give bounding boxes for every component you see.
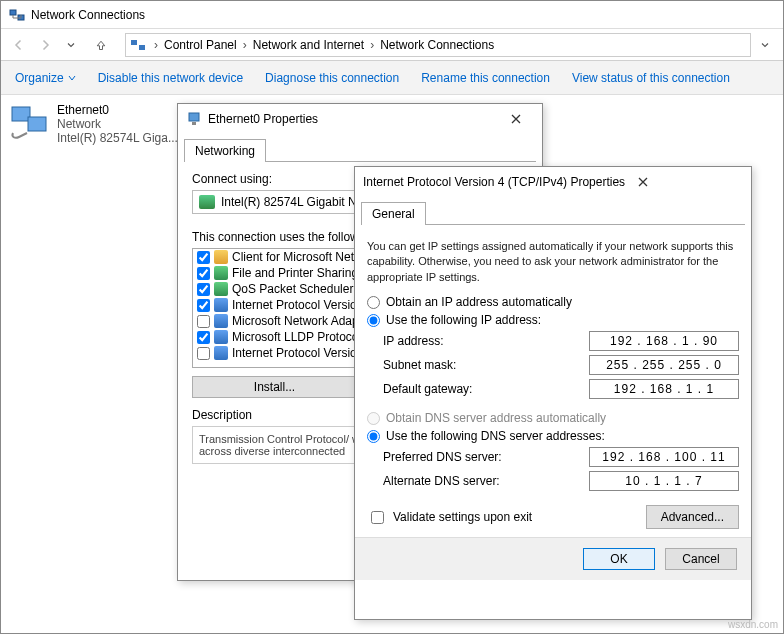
component-label: QoS Packet Scheduler bbox=[232, 282, 353, 296]
window-title: Network Connections bbox=[31, 8, 145, 22]
component-icon bbox=[214, 314, 228, 328]
adapter-status: Network bbox=[57, 117, 178, 131]
network-icon bbox=[130, 37, 146, 53]
component-label: Microsoft Network Adap bbox=[232, 314, 359, 328]
component-label: File and Printer Sharing f bbox=[232, 266, 365, 280]
dialog-title: Internet Protocol Version 4 (TCP/IPv4) P… bbox=[363, 175, 625, 189]
breadcrumb-item[interactable]: Control Panel bbox=[162, 38, 239, 52]
obtain-dns-radio: Obtain DNS server address automatically bbox=[367, 411, 739, 425]
gateway-input[interactable]: 192 . 168 . 1 . 1 bbox=[589, 379, 739, 399]
ipv4-properties-dialog: Internet Protocol Version 4 (TCP/IPv4) P… bbox=[354, 166, 752, 620]
component-checkbox[interactable] bbox=[197, 315, 210, 328]
dropdown-button[interactable] bbox=[753, 33, 777, 57]
nic-icon bbox=[199, 195, 215, 209]
component-checkbox[interactable] bbox=[197, 331, 210, 344]
breadcrumb[interactable]: › Control Panel › Network and Internet ›… bbox=[125, 33, 751, 57]
use-dns-radio[interactable]: Use the following DNS server addresses: bbox=[367, 429, 739, 443]
nic-name: Intel(R) 82574L Gigabit Ne bbox=[221, 195, 363, 209]
ip-address-row: IP address: 192 . 168 . 1 . 90 bbox=[383, 331, 739, 351]
alt-dns-label: Alternate DNS server: bbox=[383, 474, 589, 488]
adapter-name: Ethernet0 bbox=[57, 103, 178, 117]
cancel-button[interactable]: Cancel bbox=[665, 548, 737, 570]
watermark: wsxdn.com bbox=[728, 619, 778, 630]
ok-cancel-bar: OK Cancel bbox=[355, 537, 751, 580]
ip-address-input[interactable]: 192 . 168 . 1 . 90 bbox=[589, 331, 739, 351]
nav-bar: › Control Panel › Network and Internet ›… bbox=[1, 29, 783, 61]
titlebar: Network Connections bbox=[1, 1, 783, 29]
obtain-dns-radio-input bbox=[367, 412, 380, 425]
recent-button[interactable] bbox=[59, 33, 83, 57]
up-button[interactable] bbox=[89, 33, 113, 57]
gateway-row: Default gateway: 192 . 168 . 1 . 1 bbox=[383, 379, 739, 399]
chevron-down-icon bbox=[68, 74, 76, 82]
component-icon bbox=[214, 346, 228, 360]
ip-address-label: IP address: bbox=[383, 334, 589, 348]
chevron-right-icon: › bbox=[366, 38, 378, 52]
component-label: Client for Microsoft Netw bbox=[232, 250, 363, 264]
validate-row: Validate settings upon exit Advanced... bbox=[367, 505, 739, 529]
tab-bar: Networking bbox=[184, 138, 536, 162]
help-text: You can get IP settings assigned automat… bbox=[367, 239, 739, 285]
ok-button[interactable]: OK bbox=[583, 548, 655, 570]
svg-rect-6 bbox=[139, 45, 145, 50]
close-button[interactable] bbox=[625, 170, 661, 194]
component-label: Internet Protocol Version bbox=[232, 298, 363, 312]
tab-general[interactable]: General bbox=[361, 202, 426, 225]
component-checkbox[interactable] bbox=[197, 347, 210, 360]
pref-dns-label: Preferred DNS server: bbox=[383, 450, 589, 464]
component-checkbox[interactable] bbox=[197, 283, 210, 296]
subnet-label: Subnet mask: bbox=[383, 358, 589, 372]
breadcrumb-item[interactable]: Network Connections bbox=[378, 38, 496, 52]
rename-link[interactable]: Rename this connection bbox=[421, 71, 550, 85]
forward-button[interactable] bbox=[33, 33, 57, 57]
organize-menu[interactable]: Organize bbox=[15, 71, 76, 85]
close-icon bbox=[511, 114, 521, 124]
tab-networking[interactable]: Networking bbox=[184, 139, 266, 162]
svg-rect-8 bbox=[28, 117, 46, 131]
svg-rect-10 bbox=[192, 122, 196, 125]
view-status-link[interactable]: View status of this connection bbox=[572, 71, 730, 85]
dialog-title: Ethernet0 Properties bbox=[208, 112, 498, 126]
component-icon bbox=[214, 266, 228, 280]
network-icon bbox=[9, 7, 25, 23]
close-button[interactable] bbox=[498, 107, 534, 131]
disable-device-link[interactable]: Disable this network device bbox=[98, 71, 243, 85]
install-button[interactable]: Install... bbox=[192, 376, 357, 398]
validate-checkbox-input[interactable] bbox=[371, 511, 384, 524]
svg-rect-5 bbox=[131, 40, 137, 45]
use-ip-radio-input[interactable] bbox=[367, 314, 380, 327]
component-icon bbox=[214, 298, 228, 312]
tab-bar: General bbox=[361, 201, 745, 225]
dialog-titlebar: Ethernet0 Properties bbox=[178, 104, 542, 134]
obtain-ip-radio-input[interactable] bbox=[367, 296, 380, 309]
svg-rect-0 bbox=[10, 10, 16, 15]
pref-dns-input[interactable]: 192 . 168 . 100 . 11 bbox=[589, 447, 739, 467]
adapter-icon bbox=[9, 103, 49, 143]
subnet-row: Subnet mask: 255 . 255 . 255 . 0 bbox=[383, 355, 739, 375]
diagnose-link[interactable]: Diagnose this connection bbox=[265, 71, 399, 85]
tab-body: You can get IP settings assigned automat… bbox=[355, 225, 751, 537]
adapter-device: Intel(R) 82574L Giga... bbox=[57, 131, 178, 145]
close-icon bbox=[638, 177, 648, 187]
use-ip-radio[interactable]: Use the following IP address: bbox=[367, 313, 739, 327]
use-dns-radio-input[interactable] bbox=[367, 430, 380, 443]
back-button[interactable] bbox=[7, 33, 31, 57]
adapter-item[interactable]: Ethernet0 Network Intel(R) 82574L Giga..… bbox=[9, 103, 178, 145]
chevron-right-icon: › bbox=[150, 38, 162, 52]
component-checkbox[interactable] bbox=[197, 299, 210, 312]
component-icon bbox=[214, 330, 228, 344]
advanced-button[interactable]: Advanced... bbox=[646, 505, 739, 529]
chevron-right-icon: › bbox=[239, 38, 251, 52]
svg-rect-7 bbox=[12, 107, 30, 121]
alt-dns-input[interactable]: 10 . 1 . 1 . 7 bbox=[589, 471, 739, 491]
breadcrumb-item[interactable]: Network and Internet bbox=[251, 38, 366, 52]
network-icon bbox=[186, 111, 202, 127]
component-label: Internet Protocol Version bbox=[232, 346, 363, 360]
component-checkbox[interactable] bbox=[197, 251, 210, 264]
subnet-input[interactable]: 255 . 255 . 255 . 0 bbox=[589, 355, 739, 375]
obtain-ip-radio[interactable]: Obtain an IP address automatically bbox=[367, 295, 739, 309]
component-checkbox[interactable] bbox=[197, 267, 210, 280]
dialog-titlebar: Internet Protocol Version 4 (TCP/IPv4) P… bbox=[355, 167, 751, 197]
svg-rect-9 bbox=[189, 113, 199, 121]
validate-checkbox[interactable]: Validate settings upon exit bbox=[367, 508, 532, 527]
